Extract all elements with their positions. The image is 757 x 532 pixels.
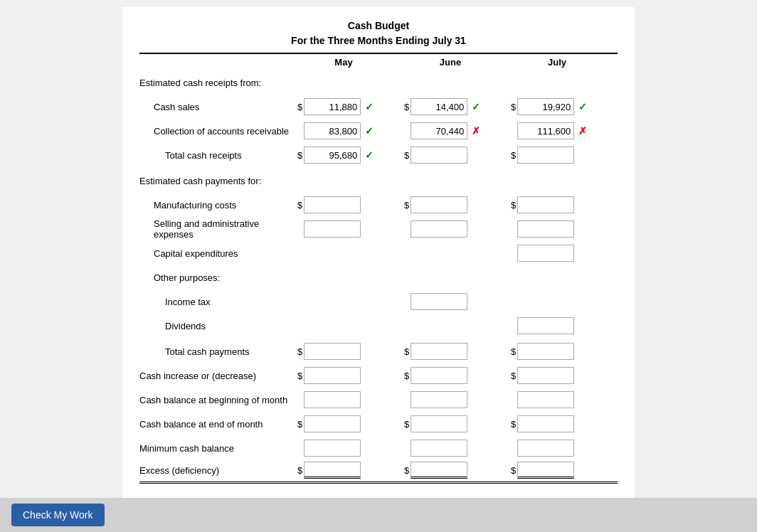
col-header-june: June	[397, 57, 504, 68]
dividends-july-input[interactable]	[517, 317, 574, 334]
capital-july-input[interactable]	[517, 245, 574, 262]
cash-end-june-input[interactable]	[411, 415, 467, 432]
income-tax-june-input[interactable]	[411, 293, 467, 310]
cash-end-june-cell: $	[404, 415, 511, 432]
manufacturing-july-input[interactable]	[517, 196, 574, 213]
dollar-july-mfg: $	[511, 200, 516, 211]
dividends-june-cell: $	[404, 321, 511, 331]
dollar-may-tr: $	[297, 150, 302, 161]
other-purposes-label: Other purposes:	[139, 272, 618, 283]
cash-end-may-input[interactable]	[304, 415, 361, 432]
accounts-receivable-row: Collection of accounts receivable $ ✓ $ …	[139, 120, 618, 142]
manufacturing-july-cell: $	[511, 196, 618, 213]
dollar-may-tp: $	[297, 346, 302, 357]
cash-sales-june-input[interactable]	[411, 98, 467, 115]
cash-beginning-july-input[interactable]	[517, 391, 574, 408]
ar-may-input[interactable]	[304, 122, 361, 139]
cash-increase-label: Cash increase or (decrease)	[139, 371, 297, 381]
selling-july-cell: $	[511, 220, 618, 238]
cash-end-july-cell: $	[511, 415, 618, 432]
capital-may-cell: $	[297, 248, 404, 259]
manufacturing-may-input[interactable]	[304, 196, 361, 213]
income-tax-may-cell: $	[297, 297, 404, 307]
min-cash-july-input[interactable]	[517, 440, 574, 457]
column-headers: May June July	[139, 57, 618, 68]
min-cash-may-input[interactable]	[304, 440, 361, 457]
capital-july-cell: $	[511, 245, 618, 262]
col-header-july: July	[504, 57, 610, 68]
min-cash-july-cell: $	[511, 440, 618, 457]
receipts-header-row: Estimated cash receipts from:	[139, 72, 618, 93]
manufacturing-may-cell: $	[297, 196, 404, 213]
cash-beginning-june-cell: $	[404, 391, 511, 408]
total-payments-june-input[interactable]	[411, 343, 467, 360]
selling-label: Selling and administrative expenses	[139, 218, 297, 240]
selling-june-cell: $	[404, 220, 511, 238]
min-cash-row: Minimum cash balance $ $ $	[139, 437, 618, 459]
total-receipts-june-input[interactable]	[411, 147, 467, 164]
report-title: Cash Budget For the Three Months Ending …	[139, 18, 618, 48]
total-payments-june-cell: $	[404, 343, 511, 360]
cash-beginning-may-cell: $	[297, 391, 404, 408]
ar-june-input[interactable]	[411, 122, 467, 139]
ar-july-input[interactable]	[517, 122, 574, 139]
accounts-receivable-label: Collection of accounts receivable	[139, 126, 297, 137]
cash-beginning-may-input[interactable]	[304, 391, 361, 408]
title-line1: Cash Budget	[139, 18, 618, 33]
capital-row: Capital expenditures $ $ $	[139, 243, 618, 264]
total-payments-label: Total cash payments	[139, 346, 297, 357]
total-payments-may-input[interactable]	[304, 343, 361, 360]
total-payments-july-cell: $	[511, 343, 618, 360]
dollar-june-sales: $	[404, 102, 409, 112]
dollar-june-tp: $	[404, 346, 409, 357]
selling-row: Selling and administrative expenses $ $ …	[139, 218, 618, 240]
cash-sales-july-check: ✓	[578, 101, 587, 112]
cash-sales-july-input[interactable]	[517, 98, 574, 115]
total-receipts-may-check: ✓	[365, 149, 374, 161]
ar-may-cell: $ ✓	[297, 122, 404, 139]
excess-may-input[interactable]	[304, 462, 361, 479]
dollar-may-sales: $	[297, 102, 302, 112]
cash-increase-may-input[interactable]	[304, 367, 361, 384]
manufacturing-june-input[interactable]	[411, 196, 467, 213]
title-line2: For the Three Months Ending July 31	[139, 33, 618, 48]
ar-june-cross: ✗	[472, 125, 480, 137]
cash-sales-june-check: ✓	[472, 101, 480, 112]
selling-may-input[interactable]	[304, 220, 361, 238]
min-cash-june-input[interactable]	[411, 440, 467, 457]
cash-increase-june-input[interactable]	[411, 367, 467, 384]
cash-increase-may-cell: $	[297, 367, 404, 384]
cash-increase-july-input[interactable]	[517, 367, 574, 384]
dollar-july-sales: $	[511, 102, 516, 112]
capital-label: Capital expenditures	[139, 248, 297, 259]
page-container: Cash Budget For the Three Months Ending …	[122, 7, 635, 532]
excess-july-input[interactable]	[517, 462, 574, 479]
dollar-june-mfg: $	[404, 200, 409, 211]
selling-june-input[interactable]	[411, 220, 467, 238]
check-my-work-button[interactable]: Check My Work	[11, 504, 105, 526]
cash-end-july-input[interactable]	[517, 415, 574, 432]
cash-end-may-cell: $	[297, 415, 404, 432]
excess-june-input[interactable]	[411, 462, 467, 479]
cash-increase-july-cell: $	[511, 367, 618, 384]
other-purposes-row: Other purposes:	[139, 267, 618, 288]
dividends-row: Dividends $ $ $	[139, 315, 618, 336]
cash-beginning-june-input[interactable]	[411, 391, 467, 408]
total-receipts-july-input[interactable]	[517, 147, 574, 164]
dollar-june-tr: $	[404, 150, 409, 161]
receipts-header-label: Estimated cash receipts from:	[139, 78, 618, 88]
total-receipts-june-cell: $	[404, 147, 511, 164]
cash-sales-june-cell: $ ✓	[404, 98, 511, 115]
cash-sales-may-check: ✓	[365, 101, 374, 112]
min-cash-label: Minimum cash balance	[139, 443, 297, 454]
ar-june-cell: $ ✗	[404, 122, 511, 139]
total-payments-may-cell: $	[297, 343, 404, 360]
total-receipts-may-input[interactable]	[304, 147, 361, 164]
selling-july-input[interactable]	[517, 220, 574, 238]
ar-may-check: ✓	[365, 125, 374, 137]
cash-sales-may-input[interactable]	[304, 98, 361, 115]
income-tax-july-cell: $	[511, 297, 618, 307]
total-receipts-july-cell: $	[511, 147, 618, 164]
dollar-may-mfg: $	[297, 200, 302, 211]
total-payments-july-input[interactable]	[517, 343, 574, 360]
